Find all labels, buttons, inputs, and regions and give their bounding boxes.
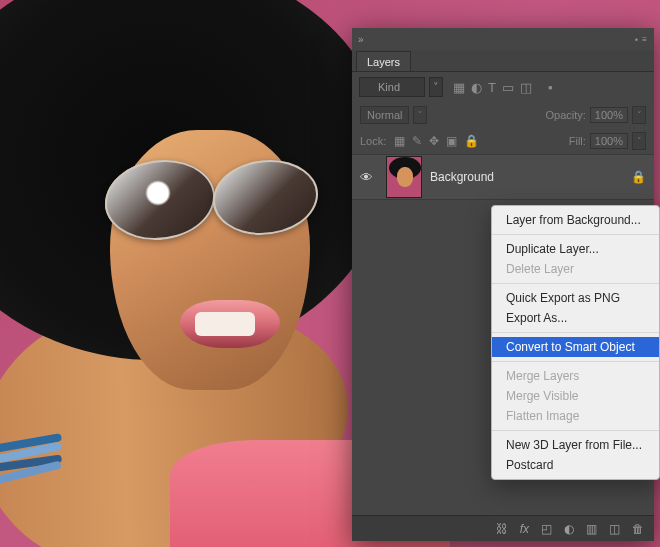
menu-item-delete-layer: Delete Layer: [492, 259, 659, 279]
menu-item-merge-visible: Merge Visible: [492, 386, 659, 406]
menu-item-merge-layers: Merge Layers: [492, 366, 659, 386]
menu-separator: [492, 430, 659, 431]
filter-toggle-icon[interactable]: ▪: [548, 80, 553, 95]
filter-smart-icon[interactable]: ◫: [520, 80, 532, 95]
menu-separator: [492, 283, 659, 284]
layer-context-menu: Layer from Background...Duplicate Layer.…: [491, 205, 660, 480]
menu-item-postcard[interactable]: Postcard: [492, 455, 659, 475]
menu-separator: [492, 361, 659, 362]
photo-bracelets: [0, 440, 70, 530]
panel-tab-bar: Layers: [352, 50, 654, 72]
lock-row: Lock: ▦ ✎ ✥ ▣ 🔒 Fill: 100% ˅: [352, 128, 654, 154]
fill-label: Fill:: [569, 135, 586, 147]
filter-adjustment-icon[interactable]: ◐: [471, 80, 482, 95]
lock-all-icon[interactable]: 🔒: [464, 134, 479, 148]
photo-lens-right: [213, 160, 318, 235]
filter-type-icons: ▦ ◐ T ▭ ◫ ▪: [453, 80, 553, 95]
blend-mode-chevron-icon[interactable]: ˅: [413, 106, 427, 124]
filter-type-icon[interactable]: T: [488, 80, 496, 95]
opacity-label: Opacity:: [546, 109, 586, 121]
blend-mode-select[interactable]: Normal: [360, 106, 409, 124]
panel-titlebar[interactable]: » ▪ ≡: [352, 28, 654, 50]
link-layers-icon[interactable]: ⛓: [496, 522, 508, 536]
layer-row-background[interactable]: 👁 Background 🔒: [352, 154, 654, 200]
layer-locked-icon[interactable]: 🔒: [631, 170, 646, 184]
new-group-icon[interactable]: ▥: [586, 522, 597, 536]
panel-menu-icon[interactable]: ▪ ≡: [635, 35, 648, 44]
menu-item-convert-to-smart-object[interactable]: Convert to Smart Object: [492, 337, 659, 357]
photo-sunglasses: [105, 160, 325, 250]
menu-item-duplicate-layer[interactable]: Duplicate Layer...: [492, 239, 659, 259]
filter-shape-icon[interactable]: ▭: [502, 80, 514, 95]
lock-position-icon[interactable]: ✥: [429, 134, 439, 148]
layer-style-icon[interactable]: fx: [520, 522, 529, 536]
lock-transparency-icon[interactable]: ▦: [394, 134, 405, 148]
menu-item-quick-export-as-png[interactable]: Quick Export as PNG: [492, 288, 659, 308]
visibility-eye-icon[interactable]: 👁: [360, 170, 378, 185]
add-mask-icon[interactable]: ◰: [541, 522, 552, 536]
delete-layer-icon[interactable]: 🗑: [632, 522, 644, 536]
new-layer-icon[interactable]: ◫: [609, 522, 620, 536]
menu-separator: [492, 332, 659, 333]
opacity-chevron-icon[interactable]: ˅: [632, 106, 646, 124]
menu-item-flatten-image: Flatten Image: [492, 406, 659, 426]
fill-value[interactable]: 100%: [590, 133, 628, 149]
photo-teeth: [195, 312, 255, 336]
layer-kind-filter[interactable]: [359, 77, 425, 97]
tab-layers[interactable]: Layers: [356, 51, 411, 71]
layer-name-label[interactable]: Background: [430, 170, 623, 184]
lock-label: Lock:: [360, 135, 386, 147]
menu-item-layer-from-background[interactable]: Layer from Background...: [492, 210, 659, 230]
lock-pixels-icon[interactable]: ✎: [412, 134, 422, 148]
panel-collapse-icon[interactable]: »: [358, 34, 368, 45]
lock-artboard-icon[interactable]: ▣: [446, 134, 457, 148]
menu-item-new-3d-layer-from-file[interactable]: New 3D Layer from File...: [492, 435, 659, 455]
panel-footer: ⛓ fx ◰ ◐ ▥ ◫ 🗑: [352, 515, 654, 541]
layer-kind-dropdown[interactable]: ˅: [429, 77, 443, 97]
blend-row: Normal ˅ Opacity: 100% ˅: [352, 102, 654, 128]
layer-filter-row: ⌕ ˅ ▦ ◐ T ▭ ◫ ▪: [352, 72, 654, 102]
menu-separator: [492, 234, 659, 235]
layer-thumbnail[interactable]: [386, 156, 422, 198]
fill-chevron-icon[interactable]: ˅: [632, 132, 646, 150]
opacity-value[interactable]: 100%: [590, 107, 628, 123]
new-adjustment-icon[interactable]: ◐: [564, 522, 574, 536]
menu-item-export-as[interactable]: Export As...: [492, 308, 659, 328]
filter-pixel-icon[interactable]: ▦: [453, 80, 465, 95]
photo-lens-left: [105, 160, 215, 240]
